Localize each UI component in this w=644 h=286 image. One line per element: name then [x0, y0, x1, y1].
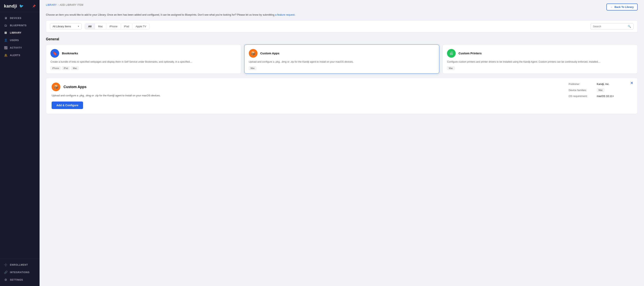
bookmarks-icon: 🔖 [50, 49, 59, 58]
back-arrow-icon: ← [610, 5, 613, 8]
device-families-label: Device families: [569, 89, 594, 92]
top-bar: Library / Add Library Item ← Back To Lib… [40, 0, 644, 10]
blueprints-icon: 🗂 [4, 24, 8, 27]
detail-panel: ✕ 📦 Custom Apps Upload and configure a .… [46, 78, 638, 114]
detail-icon: 📦 [52, 83, 60, 91]
detail-title: Custom Apps [64, 85, 86, 89]
sidebar-logo: kandji 🐦 📌 [0, 0, 40, 12]
os-requirement-row: OS requirement: macOS 10.11+ [569, 95, 632, 98]
card-custom-apps[interactable]: 📦 Custom Apps Upload and configure a .pk… [244, 44, 440, 74]
tab-appletv[interactable]: Apple TV [132, 23, 149, 29]
card-title: Bookmarks [62, 52, 78, 55]
close-detail-button[interactable]: ✕ [630, 81, 634, 85]
card-description: Configure custom printers and printer dr… [447, 60, 633, 64]
card-title: Custom Apps [260, 52, 280, 55]
sidebar-item-label: Devices [10, 17, 21, 19]
sidebar-item-enrollment[interactable]: ➕ Enrollment [0, 261, 40, 269]
sidebar-item-label: Integrations [10, 271, 30, 274]
sidebar-item-library[interactable]: ⊞ Library [0, 29, 40, 36]
content-area: Choose an item you would like to add to … [40, 10, 644, 286]
tag-ipad: iPad [62, 66, 70, 70]
sidebar-item-label: Activity [10, 46, 22, 49]
card-tags: iPhone iPad Mac [50, 66, 236, 70]
add-configure-button[interactable]: Add & Configure [52, 102, 83, 109]
sidebar-item-devices[interactable]: 🖥 Devices [0, 14, 40, 22]
cards-grid: 🔖 Bookmarks Create a bundle of links to … [46, 44, 638, 74]
sidebar-nav: 🖥 Devices 🗂 Blueprints ⊞ Library 👤 Users… [0, 12, 40, 259]
tag-iphone: iPhone [50, 66, 61, 70]
dropdown-label: All Library Items [52, 25, 71, 28]
settings-icon: ⚙ [4, 278, 8, 282]
chevron-down-icon: ▾ [78, 25, 79, 28]
sidebar-item-label: Library [10, 31, 22, 34]
search-icon: 🔍 [628, 25, 631, 28]
integrations-icon: 🔗 [4, 271, 8, 274]
card-header: 🖨 Custom Printers [447, 49, 633, 58]
devices-icon: 🖥 [4, 16, 8, 20]
filter-bar: All Library Items ▾ All Mac iPhone iPad … [46, 20, 638, 32]
card-bookmarks[interactable]: 🔖 Bookmarks Create a bundle of links to … [46, 44, 241, 74]
custom-apps-icon: 📦 [249, 49, 258, 58]
logo-text: kandji [4, 3, 17, 9]
card-tags: Mac [447, 66, 633, 70]
os-req-label: OS requirement: [569, 95, 594, 98]
sidebar-item-label: Enrollment [10, 264, 28, 266]
breadcrumb: Library / Add Library Item [46, 3, 83, 6]
back-to-library-button[interactable]: ← Back To Library [606, 3, 638, 10]
sidebar-bottom: ➕ Enrollment 🔗 Integrations ⚙ Settings [0, 259, 40, 286]
card-header: 🔖 Bookmarks [50, 49, 236, 58]
main-content: Library / Add Library Item ← Back To Lib… [40, 0, 644, 286]
detail-right: Publisher: Kandji, Inc. Device families:… [569, 83, 632, 109]
feature-request-link[interactable]: a feature request [275, 13, 294, 16]
device-families-row: Device families: Mac [569, 88, 632, 92]
sidebar-item-alerts[interactable]: 🔔 Alerts [0, 52, 40, 59]
activity-icon: 📈 [4, 46, 8, 50]
device-families-tag: Mac [597, 88, 604, 92]
sidebar-item-label: Blueprints [10, 24, 27, 27]
breadcrumb-current: Add Library Item [60, 3, 84, 6]
tab-all[interactable]: All [85, 23, 95, 29]
library-items-dropdown[interactable]: All Library Items ▾ [50, 23, 82, 29]
pin-icon: 📌 [32, 4, 36, 8]
tab-mac[interactable]: Mac [95, 23, 106, 29]
sidebar-item-label: Alerts [10, 54, 20, 57]
back-button-label: Back To Library [614, 5, 634, 8]
sidebar-item-label: Settings [10, 279, 23, 281]
detail-description: Upload and configure a .pkg, .dmg or .zi… [52, 94, 562, 98]
card-title: Custom Printers [458, 52, 482, 55]
breadcrumb-separator: / [58, 4, 58, 6]
sidebar-item-label: Users [10, 39, 19, 42]
sidebar-item-activity[interactable]: 📈 Activity [0, 44, 40, 52]
tab-ipad[interactable]: iPad [121, 23, 132, 29]
custom-printers-icon: 🖨 [447, 49, 456, 58]
logo-icon: 🐦 [19, 4, 24, 8]
sidebar-item-users[interactable]: 👤 Users [0, 36, 40, 44]
tag-mac: Mac [249, 66, 256, 70]
enrollment-icon: ➕ [4, 263, 8, 267]
description-text: Choose an item you would like to add to … [46, 13, 638, 17]
alerts-icon: 🔔 [4, 53, 8, 57]
card-description: Create a bundle of links to specified we… [50, 60, 236, 64]
card-custom-printers[interactable]: 🖨 Custom Printers Configure custom print… [442, 44, 638, 74]
section-title: General [46, 37, 638, 41]
detail-left: 📦 Custom Apps Upload and configure a .pk… [52, 83, 562, 109]
tab-iphone[interactable]: iPhone [106, 23, 121, 29]
search-box[interactable]: 🔍 [590, 23, 634, 29]
platform-tab-group: All Mac iPhone iPad Apple TV [85, 23, 150, 29]
card-description: Upload and configure a .pkg, .dmg or .zi… [249, 60, 435, 64]
sidebar: kandji 🐦 📌 🖥 Devices 🗂 Blueprints ⊞ Libr… [0, 0, 40, 286]
sidebar-item-blueprints[interactable]: 🗂 Blueprints [0, 22, 40, 29]
search-input[interactable] [593, 25, 626, 28]
publisher-row: Publisher: Kandji, Inc. [569, 83, 632, 86]
sidebar-item-integrations[interactable]: 🔗 Integrations [0, 269, 40, 276]
library-icon: ⊞ [4, 31, 8, 35]
publisher-label: Publisher: [569, 83, 594, 86]
card-tags: Mac [249, 66, 435, 70]
tag-mac: Mac [447, 66, 455, 70]
breadcrumb-link[interactable]: Library [46, 3, 57, 6]
card-header: 📦 Custom Apps [249, 49, 435, 58]
users-icon: 👤 [4, 38, 8, 42]
tag-mac: Mac [71, 66, 79, 70]
publisher-value: Kandji, Inc. [597, 83, 610, 86]
sidebar-item-settings[interactable]: ⚙ Settings [0, 276, 40, 284]
